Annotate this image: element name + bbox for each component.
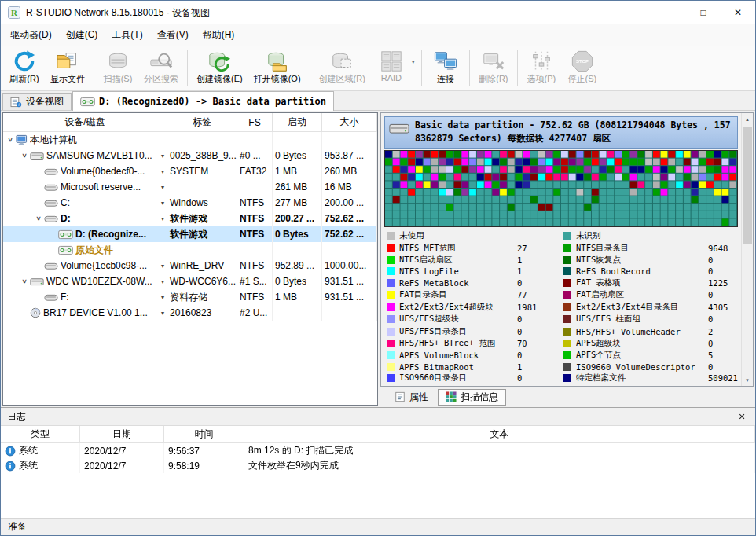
row-dropdown-icon[interactable]: ▾: [156, 310, 164, 317]
legend-value: 0: [517, 373, 561, 383]
device-row[interactable]: BR17 DEVICE V1.00 1...▾20160823#2 U...: [3, 305, 377, 321]
device-row[interactable]: >SAMSUNG MZVLB1T0...▾0025_388B_9...#0 ..…: [3, 148, 377, 163]
menu-item[interactable]: 创建(C): [59, 24, 105, 46]
log-column-header[interactable]: 文本: [244, 426, 755, 443]
scan-block-map[interactable]: [384, 150, 738, 227]
expander-icon[interactable]: >: [20, 151, 28, 161]
toolbar-button-show-files[interactable]: 显示文件: [45, 46, 90, 90]
toolbar-separator: [469, 50, 470, 86]
expander-icon[interactable]: >: [20, 277, 28, 287]
maximize-icon[interactable]: □: [686, 1, 721, 24]
device-cell: Volume{1ecb0c98-...▾: [3, 258, 167, 274]
legend-color-chip: [387, 328, 395, 336]
bottom-tab-scan-info[interactable]: 扫描信息: [438, 389, 506, 406]
row-dropdown-icon[interactable]: ▾: [156, 168, 164, 175]
view-tab-1[interactable]: D: (Recognized0) -> Basic data partition: [72, 91, 334, 111]
column-header[interactable]: 启动: [273, 113, 322, 132]
label-cell: [167, 242, 237, 258]
log-column-header[interactable]: 类型: [1, 426, 80, 443]
minimize-icon[interactable]: ─: [651, 1, 686, 24]
legend-value: 1: [517, 362, 561, 372]
window-title: R-STUDIO Network 8.15.180015 - 设备视图: [26, 6, 651, 20]
close-icon[interactable]: ✕: [721, 1, 755, 24]
device-row[interactable]: >D:▾软件游戏NTFS200.27 ...752.62 ...: [3, 211, 377, 226]
log-column-header[interactable]: 时间: [164, 426, 244, 443]
row-dropdown-icon[interactable]: ▾: [156, 215, 164, 222]
scroll-up-icon[interactable]: ▲: [742, 113, 753, 125]
row-dropdown-icon[interactable]: ▾: [156, 278, 164, 285]
toolbar-button-create-image[interactable]: 创建镜像(E): [191, 46, 248, 90]
row-dropdown-icon[interactable]: ▾: [156, 184, 164, 191]
legend-label: NTFS恢复点: [576, 255, 708, 266]
legend-row: NTFS LogFile1ReFS BootRecord0: [384, 266, 738, 277]
legend-value: 0: [708, 255, 738, 265]
log-type: 系统: [19, 444, 38, 457]
device-row[interactable]: Microsoft reserve...▾261 MB16 MB: [3, 179, 377, 195]
scan-content: Basic data partition - 752.62 GB (808121…: [381, 113, 741, 386]
row-dropdown-icon[interactable]: ▾: [156, 262, 164, 270]
column-header[interactable]: FS: [237, 113, 273, 132]
label-cell: 软件游戏: [167, 226, 237, 242]
boot-cell: 277 MB: [273, 195, 322, 211]
view-tab-0[interactable]: i设备视图: [2, 93, 72, 110]
bottom-tab-properties[interactable]: 属性: [387, 389, 436, 406]
toolbar-separator: [421, 50, 422, 86]
menu-item[interactable]: 工具(T): [105, 24, 149, 46]
legend-label: UFS/FFS目录条目: [399, 326, 517, 337]
scrollbar-thumb[interactable]: [743, 127, 752, 244]
log-close-icon[interactable]: ✕: [735, 412, 749, 422]
legend-entry: NTFS启动扇区1: [384, 255, 561, 266]
device-row[interactable]: Volume{1ecb0c98-...▾WinRE_DRVNTFS952.89 …: [3, 258, 377, 274]
device-row[interactable]: F:▾资料存储NTFS1 MB931.51 ...: [3, 289, 377, 305]
fs-cell: #0 ...: [237, 148, 273, 163]
expander-icon[interactable]: >: [35, 214, 42, 224]
toolbar-button-refresh[interactable]: 刷新(R): [4, 46, 45, 90]
menu-item[interactable]: 帮助(H): [196, 24, 242, 46]
device-cell: >WDC WD10EZEX-08W...▾: [3, 274, 167, 289]
log-table-header: 类型日期时间文本: [1, 426, 755, 443]
row-dropdown-icon[interactable]: ▾: [156, 200, 164, 207]
menu-item[interactable]: 驱动器(D): [3, 24, 59, 46]
volume-icon: [44, 214, 58, 224]
expander-icon[interactable]: >: [6, 135, 14, 145]
fs-cell: NTFS: [237, 211, 273, 226]
log-row[interactable]: 系统2020/12/79:56:378m 12s 的 D: 扫描已完成: [1, 443, 755, 458]
scrollbar[interactable]: ▲ ▼: [741, 113, 753, 386]
svg-text:R: R: [11, 8, 18, 17]
column-header[interactable]: 大小: [322, 113, 377, 132]
legend-entry: UFS/FFS目录条目0: [384, 326, 561, 337]
device-row[interactable]: C:▾WindowsNTFS277 MB200.00 ...: [3, 195, 377, 211]
device-cell: BR17 DEVICE V1.00 1...▾: [3, 305, 167, 321]
device-row[interactable]: Volume{0bedecf0-...▾SYSTEMFAT321 MB260 M…: [3, 163, 377, 179]
row-dropdown-icon[interactable]: ▾: [156, 294, 164, 301]
cdrom-icon: [30, 307, 41, 318]
scroll-down-icon[interactable]: ▼: [742, 374, 753, 386]
legend-color-chip: [387, 279, 395, 287]
scrollbar-track[interactable]: [742, 125, 753, 374]
legend-label: ISO9660目录条目: [399, 373, 517, 384]
device-row[interactable]: >WDC WD10EZEX-08W...▾WD-WCC6Y6...#1 S...…: [3, 274, 377, 289]
column-header[interactable]: 设备/磁盘: [3, 113, 167, 132]
menu-item[interactable]: 查看(V): [150, 24, 196, 46]
row-dropdown-icon[interactable]: ▾: [156, 152, 164, 160]
device-row[interactable]: D: (Recognize...软件游戏NTFS0 Bytes752.62 ..…: [3, 226, 377, 242]
volume-icon: [44, 182, 58, 193]
log-column-header[interactable]: 日期: [80, 426, 164, 443]
menu-bar: 驱动器(D)创建(C)工具(T)查看(V)帮助(H): [1, 24, 755, 46]
toolbar-button-connect[interactable]: 连接: [425, 46, 466, 90]
log-row[interactable]: 系统2020/12/79:58:19文件枚举在9秒内完成: [1, 458, 755, 473]
toolbar-button-label: RAID: [381, 73, 402, 83]
toolbar-dropdown-icon[interactable]: ▾: [412, 46, 418, 65]
view-tab-label: 设备视图: [26, 95, 64, 108]
device-row[interactable]: 原始文件: [3, 242, 377, 258]
size-cell: 752.62 ...: [322, 211, 377, 226]
device-row[interactable]: >本地计算机: [3, 132, 377, 148]
legend-entry: UFS/FFS超级块0: [384, 314, 561, 325]
label-cell: 0025_388B_9...: [167, 148, 237, 163]
toolbar-button-open-image[interactable]: 打开镜像(O): [248, 46, 306, 90]
device-name: Microsoft reserve...: [61, 182, 156, 193]
toolbar-button-label: 显示文件: [50, 73, 85, 85]
status-text: 准备: [8, 520, 27, 534]
column-header[interactable]: 标签: [167, 113, 237, 132]
legend-label: APFS个节点: [576, 350, 708, 361]
